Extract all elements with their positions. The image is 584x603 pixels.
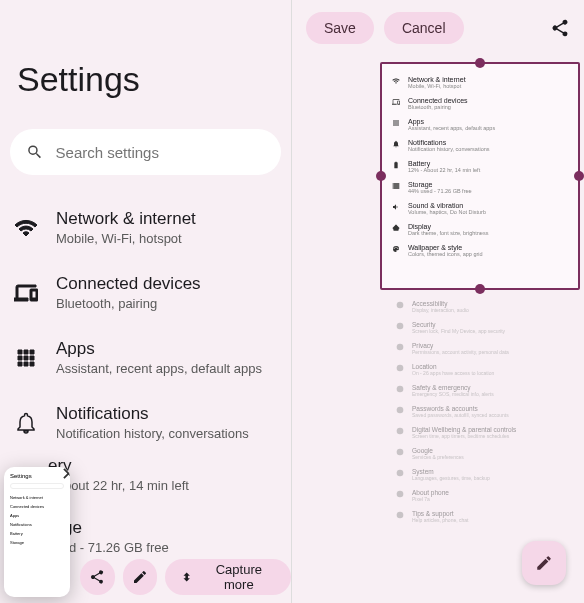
faded-sub: Permissions, account activity, personal … [412,349,509,355]
pencil-icon [132,569,148,585]
setting-sub: Notification history, conversations [56,426,277,441]
crop-item: Wallpaper & styleColors, themed icons, a… [392,240,568,261]
battery-icon [392,161,400,169]
faded-item: GoogleServices & preferences [396,443,574,464]
edit-button[interactable] [123,559,158,595]
crop-sub: Assistant, recent apps, default apps [408,125,495,131]
generic-icon [396,469,404,477]
setting-title: Notifications [56,404,277,424]
thumb-search [10,483,64,489]
faded-title: Digital Wellbeing & parental controls [412,426,516,433]
crop-item: Network & internetMobile, Wi-Fi, hotspot [392,72,568,93]
thumb-line: Storage [10,538,64,547]
faded-sub: Screen time, app timers, bedtime schedul… [412,433,516,439]
crop-item: DisplayDark theme, font size, brightness [392,219,568,240]
faded-item: About phonePixel 7a [396,485,574,506]
faded-title: Passwords & accounts [412,405,509,412]
save-button[interactable]: Save [306,12,374,44]
faded-item: SecurityScreen lock, Find My Device, app… [396,317,574,338]
setting-title: Apps [56,339,277,359]
setting-item-apps[interactable]: Apps Assistant, recent apps, default app… [14,325,277,390]
display-icon [392,224,400,232]
faded-title: Safety & emergency [412,384,494,391]
generic-icon [396,343,404,351]
thumb-line: Network & internet [10,493,64,502]
setting-item-devices[interactable]: Connected devices Bluetooth, pairing [14,260,277,325]
faded-sub: Display, interaction, audio [412,307,469,313]
sound-icon [392,203,400,211]
setting-sub: Bluetooth, pairing [56,296,277,311]
crop-region[interactable]: Network & internetMobile, Wi-Fi, hotspot… [380,62,580,290]
capture-more-button[interactable]: Capture more [165,559,291,595]
faded-sub: Services & preferences [412,454,464,460]
bell-icon [392,140,400,148]
faded-sub: Languages, gestures, time, backup [412,475,490,481]
edit-fab[interactable] [522,541,566,585]
crop-title: Display [408,223,488,230]
generic-icon [396,301,404,309]
crop-sub: Colors, themed icons, app grid [408,251,483,257]
setting-sub: Mobile, Wi-Fi, hotspot [56,231,277,246]
crop-sub: 12% - About 22 hr, 14 min left [408,167,480,173]
screenshot-thumbnail[interactable]: ✕ Settings Network & internet Connected … [4,467,70,597]
crop-title: Connected devices [408,97,468,104]
generic-icon [396,322,404,330]
faded-sub: Pixel 7a [412,496,449,502]
thumb-line: Battery [10,529,64,538]
faded-title: Location [412,363,494,370]
crop-item: Storage44% used - 71.26 GB free [392,177,568,198]
crop-content: Network & internetMobile, Wi-Fi, hotspot… [382,64,578,269]
crop-item: Sound & vibrationVolume, haptics, Do Not… [392,198,568,219]
faded-title: System [412,468,490,475]
crop-item: NotificationsNotification history, conve… [392,135,568,156]
page-title: Settings [0,10,291,129]
apps-icon [392,119,400,127]
settings-pane: Settings Network & internet Mobile, Wi-F… [0,0,291,603]
apps-icon [14,346,38,370]
search-icon [26,142,44,162]
palette-icon [392,245,400,253]
devices-icon [14,281,38,305]
share-icon [89,569,105,585]
setting-item-network[interactable]: Network & internet Mobile, Wi-Fi, hotspo… [14,195,277,260]
generic-icon [396,490,404,498]
faded-title: Accessibility [412,300,469,307]
crop-handle-left[interactable] [376,171,386,181]
capture-toolbar: Capture more [80,559,291,595]
faded-item: Passwords & accountsSaved passwords, aut… [396,401,574,422]
expand-icon [179,569,194,585]
thumb-line: Connected devices [10,502,64,511]
faded-sub: On - 26 apps have access to location [412,370,494,376]
search-input[interactable] [56,144,265,161]
faded-item: Digital Wellbeing & parental controlsScr… [396,422,574,443]
crop-title: Storage [408,181,472,188]
crop-sub: Dark theme, font size, brightness [408,230,488,236]
thumb-line: Apps [10,511,64,520]
crop-handle-right[interactable] [574,171,584,181]
crop-handle-top[interactable] [475,58,485,68]
capture-more-label: Capture more [201,562,277,592]
settings-list: Network & internet Mobile, Wi-Fi, hotspo… [0,195,291,455]
cancel-button[interactable]: Cancel [384,12,464,44]
setting-item-notifications[interactable]: Notifications Notification history, conv… [14,390,277,455]
generic-icon [396,511,404,519]
share-icon[interactable] [550,18,570,38]
crop-sub: 44% used - 71.26 GB free [408,188,472,194]
faded-title: Security [412,321,505,328]
faded-item: Tips & supportHelp articles, phone, chat [396,506,574,527]
generic-icon [396,406,404,414]
editor-pane: Save Cancel Network & internetMobile, Wi… [291,0,584,603]
bell-icon [14,411,38,435]
faded-item: PrivacyPermissions, account activity, pe… [396,338,574,359]
search-box[interactable] [10,129,281,175]
editor-actions: Save Cancel [292,0,584,56]
faded-item: AccessibilityDisplay, interaction, audio [396,296,574,317]
share-button[interactable] [80,559,115,595]
faded-title: Google [412,447,464,454]
generic-icon [396,427,404,435]
crop-sub: Mobile, Wi-Fi, hotspot [408,83,466,89]
crop-title: Notifications [408,139,490,146]
thumb-line: Notifications [10,520,64,529]
faded-sub: Screen lock, Find My Device, app securit… [412,328,505,334]
crop-title: Battery [408,160,480,167]
